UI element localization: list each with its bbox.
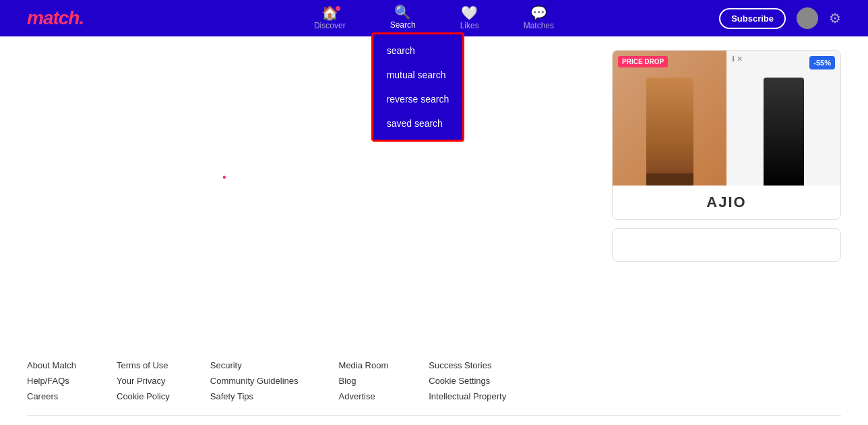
footer-links: About Match Help/FAQs Careers Terms of U… — [27, 360, 841, 401]
subscribe-button[interactable]: Subscribe — [719, 8, 786, 29]
footer-link-careers[interactable]: Careers — [27, 391, 76, 401]
footer-link-advertise[interactable]: Advertise — [339, 391, 389, 401]
loading-indicator: • — [222, 171, 226, 183]
footer-divider — [27, 415, 841, 416]
ad-info-icon[interactable]: ℹ ✕ — [732, 55, 743, 63]
footer-link-safety[interactable]: Safety Tips — [210, 391, 299, 401]
footer-col-1: About Match Help/FAQs Careers — [27, 360, 76, 401]
footer-col-2: Terms of Use Your Privacy Cookie Policy — [117, 360, 170, 401]
header: match. 🏠 Discover 🔍 Search search mutual… — [0, 0, 868, 36]
ad-image-right: ℹ ✕ -55% — [726, 51, 840, 186]
search-icon: 🔍 — [394, 5, 411, 19]
nav-item-likes[interactable]: 🤍 Likes — [455, 3, 485, 33]
ad-image-left: PRICE DROP — [613, 51, 726, 186]
left-area: • — [27, 50, 598, 320]
notification-dot — [336, 6, 340, 11]
avatar[interactable] — [797, 7, 818, 29]
ad-images: PRICE DROP ℹ ✕ -55% — [613, 51, 840, 186]
ad-inner: PRICE DROP ℹ ✕ -55% AJIO — [613, 51, 840, 219]
price-drop-badge: PRICE DROP — [618, 56, 668, 67]
boot-brown-image — [646, 78, 693, 186]
footer-col-5: Success Stories Cookie Settings Intellec… — [429, 360, 506, 401]
nav-item-search[interactable]: 🔍 Search search mutual search reverse se… — [385, 3, 421, 34]
footer-link-cookie-policy[interactable]: Cookie Policy — [117, 391, 170, 401]
footer-link-media[interactable]: Media Room — [339, 360, 389, 370]
main-content: • PRICE DROP ℹ ✕ -55% AJIO — [0, 36, 868, 333]
footer-link-cookie-settings[interactable]: Cookie Settings — [429, 376, 506, 386]
footer: About Match Help/FAQs Careers Terms of U… — [0, 347, 868, 425]
footer-link-success[interactable]: Success Stories — [429, 360, 506, 370]
nav-likes-label: Likes — [460, 21, 479, 30]
main-nav: 🏠 Discover 🔍 Search search mutual search… — [309, 3, 559, 34]
footer-col-3: Security Community Guidelines Safety Tip… — [210, 360, 299, 401]
nav-discover-label: Discover — [314, 21, 346, 30]
nav-matches-label: Matches — [524, 21, 554, 30]
nav-item-matches[interactable]: 💬 Matches — [518, 3, 559, 33]
footer-link-terms[interactable]: Terms of Use — [117, 360, 170, 370]
home-icon: 🏠 — [321, 6, 338, 20]
header-right: Subscribe ⚙ — [719, 7, 841, 29]
ad-box-2 — [612, 228, 841, 262]
heart-icon: 🤍 — [461, 6, 478, 20]
footer-link-security[interactable]: Security — [210, 360, 299, 370]
footer-col-4: Media Room Blog Advertise — [339, 360, 389, 401]
ad-panel: PRICE DROP ℹ ✕ -55% AJIO — [612, 50, 841, 320]
footer-link-community[interactable]: Community Guidelines — [210, 376, 299, 386]
message-icon: 💬 — [530, 6, 547, 20]
footer-link-about[interactable]: About Match — [27, 360, 76, 370]
footer-link-blog[interactable]: Blog — [339, 376, 389, 386]
ad-box-1: PRICE DROP ℹ ✕ -55% AJIO — [612, 50, 841, 220]
logo[interactable]: match. — [27, 7, 84, 29]
gear-icon[interactable]: ⚙ — [829, 10, 841, 26]
footer-link-help[interactable]: Help/FAQs — [27, 376, 76, 386]
footer-link-privacy[interactable]: Your Privacy — [117, 376, 170, 386]
nav-search-label: Search — [390, 20, 416, 30]
discount-badge: -55% — [809, 56, 835, 69]
boot-black-image — [764, 78, 804, 186]
nav-item-discover[interactable]: 🏠 Discover — [309, 3, 351, 33]
footer-link-intellectual[interactable]: Intellectual Property — [429, 391, 506, 401]
ad-brand: AJIO — [613, 186, 840, 219]
